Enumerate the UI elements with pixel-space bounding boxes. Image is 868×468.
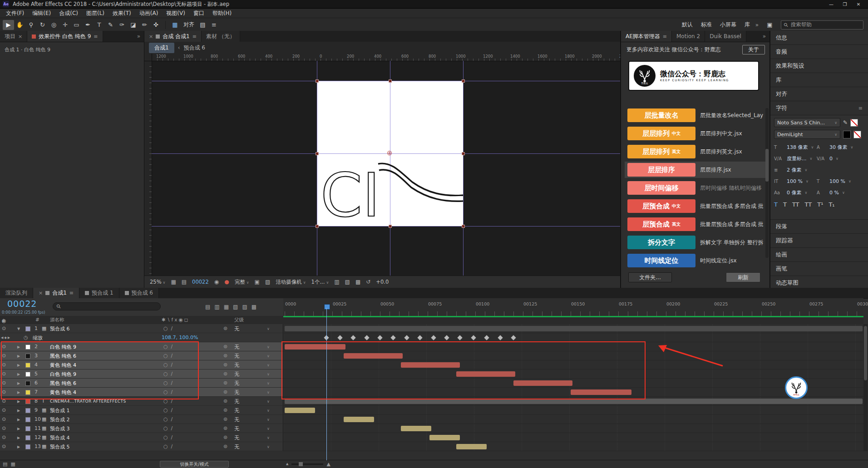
keyframe-icon[interactable] bbox=[458, 335, 463, 340]
layer-color-swatch[interactable] bbox=[25, 345, 30, 350]
menu-item[interactable]: 效果(T) bbox=[108, 10, 135, 17]
layer-track[interactable] bbox=[283, 369, 863, 379]
pick-whip-icon[interactable]: ⊚ bbox=[223, 407, 227, 413]
parent-dropdown[interactable]: 无 bbox=[234, 325, 239, 332]
pick-whip-icon[interactable]: ⊚ bbox=[223, 416, 227, 422]
setting-value[interactable]: 0∨ bbox=[829, 156, 859, 162]
close-tab-icon[interactable]: × bbox=[149, 34, 153, 39]
setting-value[interactable]: 138 像素∨ bbox=[787, 144, 817, 151]
layer-color-swatch[interactable] bbox=[25, 444, 30, 449]
property-row[interactable]: ◀◆▶◷缩放108.7, 100.0% bbox=[0, 333, 283, 342]
tab-script-1[interactable]: Motion 2 bbox=[672, 31, 705, 42]
tab-script-0[interactable]: AE脚本管理器≡ bbox=[621, 31, 672, 42]
pen-tool[interactable]: ✒ bbox=[82, 20, 94, 30]
folder-button[interactable]: 文件夹... bbox=[628, 272, 672, 282]
panel-menu-icon[interactable]: ≡ bbox=[858, 105, 863, 111]
maximize-button[interactable]: ❐ bbox=[838, 2, 852, 7]
layer-color-swatch[interactable] bbox=[25, 390, 30, 395]
panel-menu-icon[interactable]: ≡ bbox=[192, 34, 197, 39]
layer-color-swatch[interactable] bbox=[25, 326, 30, 331]
snapshot-icon[interactable]: ◉ bbox=[214, 279, 219, 285]
layer-color-swatch[interactable] bbox=[25, 354, 30, 359]
type-style-button[interactable]: T bbox=[774, 201, 778, 208]
keyframe-icon[interactable] bbox=[511, 335, 516, 340]
visibility-eye-icon[interactable]: ⊙ bbox=[2, 443, 6, 449]
panel-section[interactable]: 库 bbox=[770, 73, 868, 87]
layer-row[interactable]: ⊙▼1▦预合成 6○∕⊚无∨ bbox=[0, 324, 283, 333]
layer-switches[interactable]: ○∕ bbox=[163, 353, 176, 359]
pick-whip-icon[interactable]: ⊚ bbox=[223, 353, 227, 359]
type-tool[interactable]: T bbox=[94, 20, 105, 30]
current-time-indicator[interactable] bbox=[326, 308, 327, 460]
comp-marker-icon[interactable]: ▤ bbox=[205, 304, 210, 310]
layer-track[interactable] bbox=[283, 424, 863, 433]
exposure-reset-icon[interactable]: ↺ bbox=[366, 279, 370, 285]
stroke-color-swatch[interactable] bbox=[853, 131, 861, 138]
visibility-eye-icon[interactable]: ⊙ bbox=[2, 389, 6, 395]
type-style-button[interactable]: T bbox=[783, 201, 787, 208]
pixel-aspect-icon[interactable]: ▥ bbox=[334, 279, 339, 285]
selection-handle[interactable] bbox=[316, 152, 319, 155]
zoom-slider-thumb[interactable] bbox=[299, 462, 303, 466]
pick-whip-icon[interactable]: ⊚ bbox=[223, 380, 227, 386]
visibility-eye-icon[interactable]: ⊙ bbox=[2, 425, 6, 431]
layer-name[interactable]: 预合成 1 bbox=[50, 407, 70, 414]
layer-color-swatch[interactable] bbox=[25, 381, 30, 386]
script-button[interactable]: 层预合成中文 bbox=[627, 199, 695, 213]
keyframe-icon[interactable] bbox=[498, 335, 503, 340]
eyedropper-icon[interactable]: ✎ bbox=[843, 119, 848, 126]
layer-color-swatch[interactable] bbox=[25, 363, 30, 368]
type-style-button[interactable]: T₁ bbox=[829, 201, 834, 208]
resolution-dropdown[interactable]: 完整∨ bbox=[235, 279, 249, 286]
layer-row[interactable]: ⊙▶5白色 纯色 9○∕⊚无∨ bbox=[0, 369, 283, 379]
selection-handle[interactable] bbox=[462, 152, 465, 155]
tab-script-2[interactable]: Duik Bassel bbox=[705, 31, 746, 42]
tab-overflow-icon[interactable]: » bbox=[133, 31, 144, 42]
layer-switches[interactable]: ○∕ bbox=[163, 398, 176, 404]
workspace-item[interactable]: 库 bbox=[745, 21, 750, 29]
tab-composition[interactable]: × 合成 合成1 ≡ bbox=[144, 31, 202, 42]
selection-handle[interactable] bbox=[389, 79, 392, 83]
pick-whip-icon[interactable]: ⊚ bbox=[223, 371, 227, 377]
fast-preview-icon[interactable]: ▧ bbox=[345, 279, 350, 285]
menu-item[interactable]: 动画(A) bbox=[135, 10, 163, 17]
layer-duration-bar[interactable] bbox=[285, 408, 315, 413]
refresh-button[interactable]: 刷新 bbox=[726, 272, 760, 282]
layer-track[interactable] bbox=[283, 342, 863, 351]
view-layout-dropdown[interactable]: 1个...∨ bbox=[311, 279, 329, 286]
layer-row[interactable]: ⊙▶11▦预合成 3○∕⊚无∨ bbox=[0, 424, 283, 433]
workspace-item[interactable]: 标准 bbox=[701, 21, 712, 29]
visibility-eye-icon[interactable]: ⊙ bbox=[2, 353, 6, 359]
panel-section[interactable]: 音频 bbox=[770, 45, 868, 59]
visibility-eye-icon[interactable]: ⊙ bbox=[2, 398, 6, 404]
layer-track[interactable] bbox=[283, 442, 863, 451]
layer-track[interactable] bbox=[283, 360, 863, 369]
roi-icon[interactable]: ▣ bbox=[255, 279, 260, 285]
comp-viewport[interactable]: 1200100080060040020002004006008001000120… bbox=[144, 54, 620, 276]
layer-duration-bar[interactable] bbox=[513, 380, 572, 386]
setting-value[interactable]: 0 像素∨ bbox=[787, 189, 817, 196]
keyframe-icon[interactable] bbox=[444, 335, 449, 340]
twirl-icon[interactable]: ▶ bbox=[17, 445, 20, 449]
pick-whip-icon[interactable]: ⊚ bbox=[223, 443, 227, 449]
selection-tool[interactable]: ▶ bbox=[3, 20, 14, 30]
shape-tool[interactable]: ▭ bbox=[71, 20, 82, 30]
exposure-value[interactable]: +0.0 bbox=[376, 279, 389, 285]
clone-stamp-tool[interactable]: ✑ bbox=[116, 20, 128, 30]
toolbar-extra-icon[interactable]: ▤ bbox=[197, 20, 208, 30]
visibility-eye-icon[interactable]: ⊙ bbox=[2, 344, 6, 350]
layer-name[interactable]: 预合成 6 bbox=[50, 325, 70, 332]
parent-dropdown[interactable]: 无 bbox=[234, 425, 239, 432]
layer-name[interactable]: 黑色 纯色 6 bbox=[50, 380, 76, 387]
keyframe-icon[interactable] bbox=[377, 335, 382, 340]
pick-whip-icon[interactable]: ⊚ bbox=[223, 362, 227, 368]
menu-item[interactable]: 图层(L) bbox=[82, 10, 108, 17]
script-button[interactable]: 拆分文字 bbox=[627, 236, 695, 249]
layer-track[interactable] bbox=[283, 379, 863, 388]
layer-track[interactable] bbox=[283, 324, 863, 333]
layer-duration-bar[interactable] bbox=[456, 444, 487, 449]
parent-dropdown[interactable]: 无 bbox=[234, 407, 239, 414]
keyframe-icon[interactable] bbox=[484, 335, 489, 340]
layer-duration-bar[interactable] bbox=[344, 353, 403, 359]
layer-name[interactable]: 白色 纯色 9 bbox=[50, 344, 76, 350]
